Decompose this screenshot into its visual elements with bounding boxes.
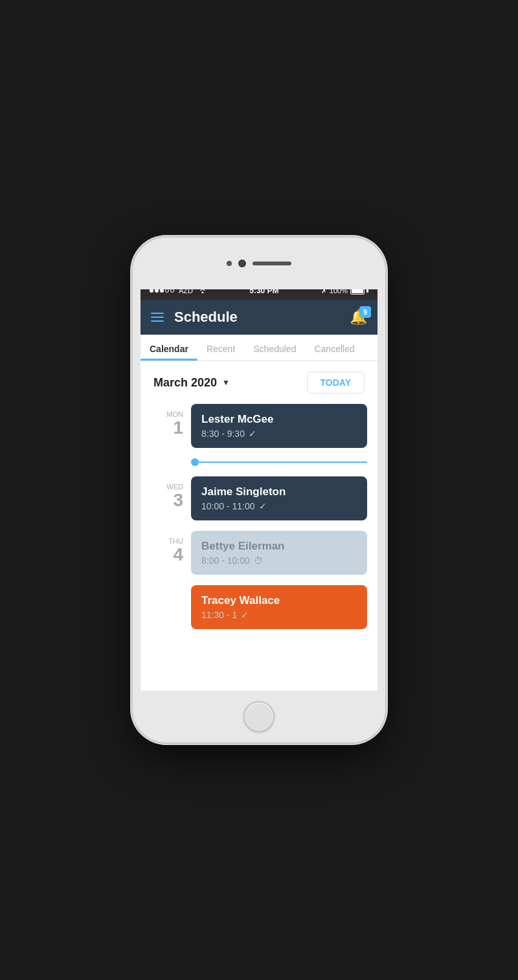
hamburger-line-3 bbox=[151, 320, 164, 322]
hamburger-line-2 bbox=[151, 317, 164, 318]
time-rule bbox=[199, 462, 367, 463]
calendar-content: March 2020 ▼ TODAY MON 1 Lester McGee bbox=[141, 361, 377, 693]
check-icon-4: ✓ bbox=[241, 610, 249, 620]
apt-col-1: Lester McGee 8:30 - 9:30 ✓ bbox=[191, 404, 367, 458]
appointment-card-1[interactable]: Lester McGee 8:30 - 9:30 ✓ bbox=[191, 404, 367, 448]
tab-calendar[interactable]: Calendar bbox=[141, 335, 197, 361]
apt-time-4: 11:30 - 1 ✓ bbox=[201, 610, 357, 620]
apt-name-3: Bettye Eilerman bbox=[201, 540, 357, 553]
apt-time-1: 8:30 - 9:30 ✓ bbox=[201, 429, 357, 439]
screen: AZD 5:30 PM ✗ 100% bbox=[141, 282, 377, 698]
schedule-row-4: Tracey Wallace 11:30 - 1 ✓ bbox=[151, 585, 367, 640]
speaker-slot bbox=[253, 262, 291, 265]
notification-button[interactable]: 🔔 9 bbox=[350, 309, 367, 326]
appointment-card-2[interactable]: Jaime Singleton 10:00 - 11:00 ✓ bbox=[191, 476, 367, 520]
day-label-1: MON 1 bbox=[151, 404, 191, 438]
apt-name-1: Lester McGee bbox=[201, 413, 357, 426]
front-camera bbox=[238, 260, 246, 267]
apt-time-2: 10:00 - 11:00 ✓ bbox=[201, 501, 357, 511]
top-bezel bbox=[133, 238, 385, 289]
day-label-2: WED 3 bbox=[151, 476, 191, 511]
month-selector[interactable]: March 2020 ▼ bbox=[153, 376, 230, 390]
appointment-card-4[interactable]: Tracey Wallace 11:30 - 1 ✓ bbox=[191, 585, 367, 629]
schedule-row-3: THU 4 Bettye Eilerman 8:00 - 10:00 ⏱ bbox=[151, 531, 367, 585]
appointment-card-3[interactable]: Bettye Eilerman 8:00 - 10:00 ⏱ bbox=[191, 531, 367, 575]
day-num-2: 3 bbox=[151, 491, 183, 511]
schedule-list: MON 1 Lester McGee 8:30 - 9:30 ✓ bbox=[141, 404, 377, 640]
apt-time-3: 8:00 - 10:00 ⏱ bbox=[201, 555, 357, 566]
check-icon-2: ✓ bbox=[259, 501, 267, 511]
top-sensors bbox=[227, 260, 291, 267]
menu-button[interactable] bbox=[151, 313, 164, 322]
day-num-3: 4 bbox=[151, 545, 183, 565]
tab-recent[interactable]: Recent bbox=[197, 335, 244, 361]
time-indicator bbox=[191, 458, 367, 466]
tab-scheduled[interactable]: Scheduled bbox=[244, 335, 305, 361]
day-label-4 bbox=[151, 585, 191, 592]
hamburger-line-1 bbox=[151, 313, 164, 314]
month-header: March 2020 ▼ TODAY bbox=[141, 361, 377, 404]
notification-badge: 9 bbox=[359, 306, 371, 318]
apt-col-4: Tracey Wallace 11:30 - 1 ✓ bbox=[191, 585, 367, 640]
battery-tip bbox=[366, 289, 368, 293]
dropdown-arrow-icon: ▼ bbox=[222, 378, 230, 387]
month-text: March 2020 bbox=[153, 376, 217, 390]
apt-col-2: Jaime Singleton 10:00 - 11:00 ✓ bbox=[191, 476, 367, 531]
apt-col-3: Bettye Eilerman 8:00 - 10:00 ⏱ bbox=[191, 531, 367, 585]
speaker-dot bbox=[227, 261, 232, 266]
schedule-row-2: WED 3 Jaime Singleton 10:00 - 11:00 ✓ bbox=[151, 476, 367, 531]
time-dot bbox=[191, 458, 199, 466]
bottom-bezel bbox=[133, 691, 385, 742]
phone-frame: AZD 5:30 PM ✗ 100% bbox=[133, 238, 385, 742]
header-left: Schedule bbox=[151, 309, 238, 326]
day-num-1: 1 bbox=[151, 418, 183, 438]
check-icon-1: ✓ bbox=[249, 429, 256, 439]
clock-icon-3: ⏱ bbox=[254, 555, 263, 566]
home-button[interactable] bbox=[243, 701, 275, 732]
schedule-row-1: MON 1 Lester McGee 8:30 - 9:30 ✓ bbox=[151, 404, 367, 458]
app-header: Schedule 🔔 9 bbox=[141, 300, 377, 335]
tab-cancelled[interactable]: Cancelled bbox=[305, 335, 363, 361]
apt-name-2: Jaime Singleton bbox=[201, 485, 357, 498]
header-right: 🔔 9 bbox=[350, 309, 367, 326]
today-button[interactable]: TODAY bbox=[307, 372, 365, 394]
page-title: Schedule bbox=[174, 309, 238, 326]
day-label-3: THU 4 bbox=[151, 531, 191, 565]
tabs-container: Calendar Recent Scheduled Cancelled bbox=[141, 335, 377, 361]
apt-name-4: Tracey Wallace bbox=[201, 594, 357, 607]
